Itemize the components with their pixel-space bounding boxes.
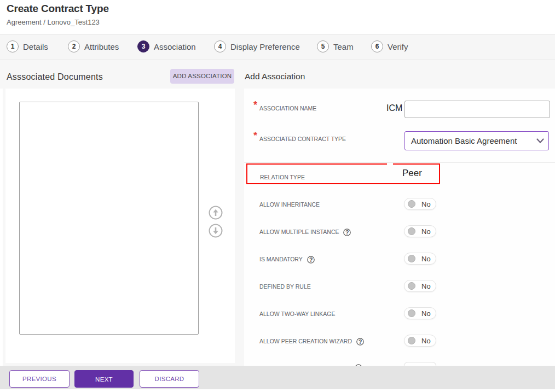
svg-text:?: ?: [359, 338, 362, 345]
svg-text:?: ?: [309, 256, 313, 263]
svg-text:?: ?: [345, 229, 349, 236]
